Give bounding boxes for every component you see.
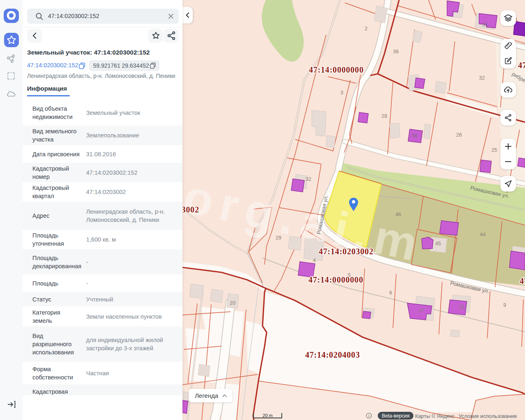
svg-text:32: 32 [479, 75, 485, 81]
svg-text:44: 44 [480, 232, 486, 237]
svg-text:56: 56 [412, 133, 418, 139]
svg-text:29: 29 [276, 235, 281, 241]
svg-text:9: 9 [503, 302, 506, 308]
svg-text:6: 6 [389, 290, 392, 296]
svg-text:47:14:0000000: 47:14:0000000 [309, 65, 364, 74]
svg-text:47:14: 47:14 [520, 276, 525, 285]
svg-text:31: 31 [482, 22, 488, 27]
svg-text:25: 25 [459, 304, 465, 310]
svg-text:2: 2 [365, 26, 368, 32]
svg-text:20: 20 [230, 300, 235, 306]
svg-text:47:14:0204003: 47:14:0204003 [305, 350, 360, 359]
svg-text:46: 46 [395, 212, 401, 217]
svg-text:36: 36 [393, 49, 399, 55]
svg-text:27: 27 [419, 308, 425, 313]
svg-text:32: 32 [306, 176, 311, 182]
svg-text:28: 28 [381, 113, 387, 119]
svg-text:26: 26 [456, 132, 462, 138]
svg-text:47:14:0000000: 47:14:0000000 [308, 275, 363, 284]
svg-text:3: 3 [340, 90, 343, 96]
svg-text:47:14:0203002: 47:14:0203002 [319, 247, 374, 256]
svg-text:25: 25 [491, 147, 497, 153]
svg-text:4: 4 [313, 258, 316, 263]
svg-text:45: 45 [435, 241, 441, 247]
svg-text:47:14:0: 47:14:0 [518, 61, 525, 70]
svg-text:47:14:0203002: 47:14:0203002 [183, 205, 199, 214]
